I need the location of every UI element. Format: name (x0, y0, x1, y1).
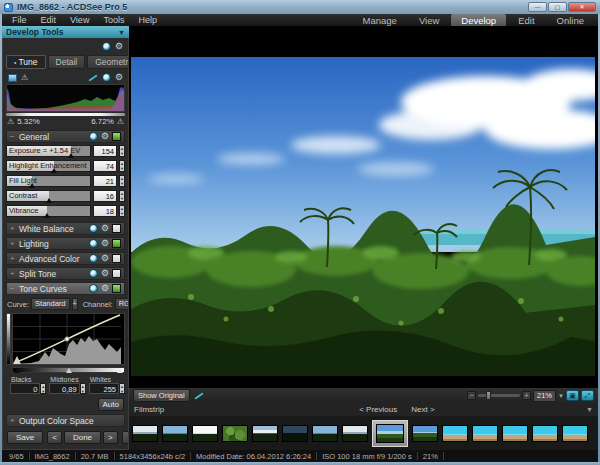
slider-spinner[interactable]: ▲▼ (119, 205, 125, 217)
section-gear-icon[interactable]: ⚙ (101, 239, 109, 248)
zoom-out-button[interactable]: − (467, 391, 476, 400)
next-image-button[interactable]: > (103, 431, 118, 444)
tab-geometry[interactable]: Geometry (87, 55, 129, 69)
edit-brush-icon[interactable] (88, 74, 97, 81)
section-output-color-space[interactable]: + Output Color Space (6, 414, 125, 427)
histogram-gear-icon[interactable]: ⚙ (115, 73, 123, 82)
slider-track[interactable]: Fill Light (6, 175, 91, 187)
color-patch-icon[interactable] (8, 74, 17, 82)
slider-spinner[interactable]: ▲▼ (119, 160, 125, 172)
zoom-slider-thumb[interactable] (486, 391, 491, 400)
maximize-button[interactable]: ▢ (548, 2, 567, 12)
collapse-icon[interactable]: − (10, 284, 16, 293)
histogram-eye-icon[interactable] (102, 73, 111, 82)
expand-icon[interactable]: + (10, 416, 16, 425)
spin-down-icon[interactable]: ▼ (120, 151, 124, 156)
section-gear-icon[interactable]: ⚙ (101, 254, 109, 263)
tone-curves-gear-icon[interactable]: ⚙ (101, 284, 109, 293)
thumbnail-12[interactable] (472, 425, 498, 442)
actual-size-button[interactable]: ⤢ (581, 390, 594, 401)
thumbnail-13[interactable] (502, 425, 528, 442)
thumbnail-7[interactable] (312, 425, 338, 442)
slider-value[interactable]: 74 (93, 160, 117, 172)
exposure-warning-icon[interactable]: ⚠ (21, 74, 28, 82)
slider-thumb[interactable] (46, 198, 52, 203)
spin-down-icon[interactable]: ▼ (120, 211, 124, 216)
tone-field-spinner[interactable]: ▲▼ (80, 383, 86, 394)
spin-down-icon[interactable]: ▼ (120, 389, 124, 394)
tone-field-spinner[interactable]: ▲▼ (119, 383, 125, 394)
tab-detail[interactable]: Detail (48, 55, 86, 69)
preview-eye-icon[interactable] (102, 42, 111, 51)
thumbnail-14[interactable] (532, 425, 558, 442)
thumbnail-2[interactable] (162, 425, 188, 442)
thumbnail-8[interactable] (342, 425, 368, 442)
section-eye-icon[interactable] (89, 239, 98, 248)
expand-icon[interactable]: + (10, 224, 16, 233)
section-gear-icon[interactable]: ⚙ (101, 224, 109, 233)
general-enabled-checkbox[interactable] (112, 132, 121, 141)
expand-icon[interactable]: + (10, 239, 16, 248)
spin-down-icon[interactable]: ▼ (81, 389, 85, 394)
slider-track[interactable]: Contrast (6, 190, 91, 202)
spin-down-icon[interactable]: ▼ (120, 196, 124, 201)
section-split-tone[interactable]: +Split Tone⚙ (6, 267, 125, 280)
thumbnail-6[interactable] (282, 425, 308, 442)
thumbnail-15[interactable] (562, 425, 588, 442)
slider-thumb[interactable] (51, 168, 57, 173)
section-enabled-checkbox[interactable] (112, 224, 121, 233)
next-link[interactable]: Next > (411, 405, 434, 414)
slider-value[interactable]: 16 (93, 190, 117, 202)
section-white-balance[interactable]: +White Balance⚙ (6, 222, 125, 235)
previous-link[interactable]: < Previous (359, 405, 397, 414)
edit-tool-icon[interactable] (194, 392, 203, 399)
done-button[interactable]: Done (64, 431, 101, 444)
histogram-range-slider[interactable] (6, 113, 125, 116)
section-eye-icon[interactable] (89, 224, 98, 233)
spin-down-icon[interactable]: ▼ (41, 389, 45, 394)
expand-icon[interactable]: + (10, 254, 16, 263)
thumbnail-11[interactable] (442, 425, 468, 442)
develop-tools-header[interactable]: Develop Tools ▼ (2, 26, 129, 38)
minimize-button[interactable]: — (528, 2, 547, 12)
thumbnail-9[interactable] (376, 424, 404, 443)
tone-curves-eye-icon[interactable] (89, 284, 98, 293)
thumbnail-4[interactable] (222, 425, 248, 442)
midtones-marker[interactable] (66, 368, 72, 373)
whites-marker[interactable] (117, 368, 123, 373)
tone-field-spinner[interactable]: ▲▼ (40, 383, 46, 394)
section-eye-icon[interactable] (89, 254, 98, 263)
tone-field-value[interactable]: 0,89 (49, 383, 79, 394)
thumbnail-selected[interactable] (372, 420, 408, 447)
highlight-clip-warning-icon[interactable]: ⚠ (117, 118, 124, 126)
section-lighting[interactable]: +Lighting⚙ (6, 237, 125, 250)
slider-spinner[interactable]: ▲▼ (119, 190, 125, 202)
thumbnail-3[interactable] (192, 425, 218, 442)
tone-curve-editor[interactable] (6, 313, 125, 365)
zoom-dropdown-icon[interactable]: ▼ (558, 393, 564, 399)
spin-down-icon[interactable]: ▼ (120, 166, 124, 171)
curve-levels-gradient[interactable] (12, 367, 125, 373)
slider-track[interactable]: Exposure = +1.54 EV (6, 145, 91, 157)
section-enabled-checkbox[interactable] (112, 239, 121, 248)
slider-value[interactable]: 18 (93, 205, 117, 217)
previous-image-button[interactable]: < (47, 431, 62, 444)
tab-tune[interactable]: •Tune (6, 55, 46, 69)
slider-track[interactable]: Highlight Enhancement (6, 160, 91, 172)
section-gear-icon[interactable]: ⚙ (101, 269, 109, 278)
slider-spinner[interactable]: ▲▼ (119, 145, 125, 157)
slider-spinner[interactable]: ▲▼ (119, 175, 125, 187)
tone-curve-plot[interactable] (13, 314, 121, 364)
cancel-button[interactable]: Cancel (122, 431, 129, 444)
thumbnail-1[interactable] (132, 425, 158, 442)
slider-value[interactable]: 21 (93, 175, 117, 187)
filmstrip-menu-icon[interactable]: ▼ (586, 406, 593, 413)
collapse-icon[interactable]: − (10, 132, 16, 141)
section-tone-curves[interactable]: − Tone Curves ⚙ (6, 282, 125, 295)
show-original-button[interactable]: Show Original (133, 389, 190, 402)
slider-thumb[interactable] (44, 213, 50, 218)
slider-thumb[interactable] (29, 183, 35, 188)
general-gear-icon[interactable]: ⚙ (101, 132, 109, 141)
auto-button[interactable]: Auto (98, 398, 124, 411)
slider-value[interactable]: 154 (93, 145, 117, 157)
